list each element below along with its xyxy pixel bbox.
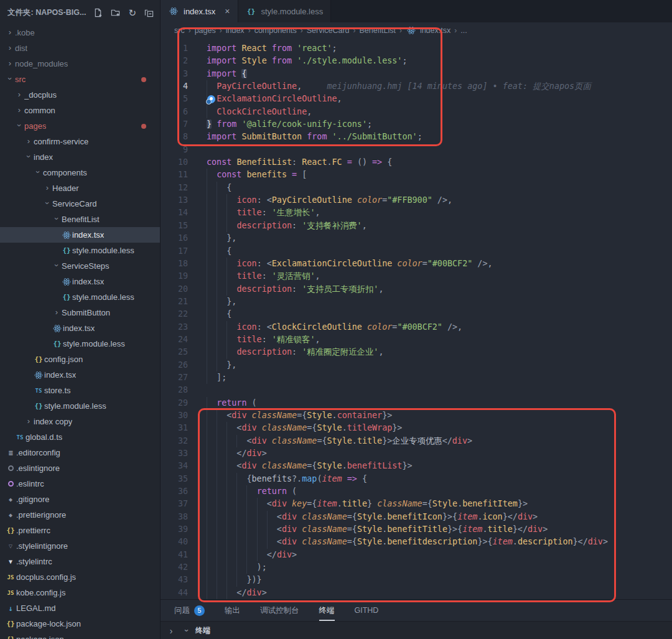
tree-folder-src[interactable]: ›src <box>0 72 160 87</box>
tree-file-package-lock-json[interactable]: {}package-lock.json <box>0 616 160 632</box>
new-folder-icon[interactable] <box>111 8 120 17</box>
tree-file--gitignore[interactable]: ◆.gitignore <box>0 492 160 507</box>
tree-item-label: pages <box>24 121 46 131</box>
code-line-34: 34 <div className={Style.benefitList}> <box>161 460 672 472</box>
code-line-21: 21 }, <box>161 296 672 308</box>
tree-file-kobe-config-js[interactable]: JSkobe.config.js <box>0 585 160 600</box>
tree-folder-confirm-service[interactable]: ›confirm-service <box>0 134 160 149</box>
tree-file-store-ts[interactable]: TSstore.ts <box>0 383 160 398</box>
breadcrumb-item-benefitlist[interactable]: BenefitList <box>360 26 396 35</box>
braces-icon: {} <box>52 340 63 348</box>
collapse-all-icon[interactable] <box>144 8 154 17</box>
react-icon <box>406 26 417 35</box>
panel-tab-终端[interactable]: 终端 <box>319 600 335 621</box>
line-number: 39 <box>161 523 188 536</box>
breadcrumb-item-src[interactable]: src <box>174 26 185 35</box>
indent-guide <box>226 460 227 472</box>
tree-file-index-tsx[interactable]: index.tsx <box>0 274 160 289</box>
tab-index-tsx[interactable]: index.tsx× <box>161 0 238 22</box>
breadcrumb-separator: › <box>399 26 402 35</box>
panel-tab-label: 输出 <box>225 605 240 616</box>
tree-folder-node-modules[interactable]: ›node_modules <box>0 56 160 72</box>
tree-file--prettierrc[interactable]: {}.prettierrc <box>0 523 160 538</box>
tab-style-module-less[interactable]: {}style.module.less <box>238 0 332 22</box>
tree-item-label: .gitignore <box>16 495 49 504</box>
code-line-29: 29 return ( <box>161 397 672 409</box>
panel-tab-问题[interactable]: 问题5 <box>174 600 205 621</box>
line-number: 27 <box>161 371 188 384</box>
tree-folder-index-copy[interactable]: ›index copy <box>0 414 160 429</box>
chevron-down-icon: › <box>24 152 34 162</box>
indent-guide <box>207 321 207 333</box>
panel-tab-调试控制台[interactable]: 调试控制台 <box>260 600 299 621</box>
code-line-7: 7} from '@alife/cook-unify-icons'; <box>161 118 672 131</box>
code-action-lightbulb-icon[interactable] <box>207 95 215 103</box>
tree-folder-servicecard[interactable]: ›ServiceCard <box>0 196 160 212</box>
react-icon <box>168 7 179 16</box>
breadcrumb-item--[interactable]: ... <box>460 26 467 35</box>
code-line-39: 39 <div className={Style.benefitTitle}>{… <box>161 523 672 536</box>
tree-file-index-tsx[interactable]: index.tsx <box>0 367 160 383</box>
tree-folder-index[interactable]: ›index <box>0 149 160 165</box>
panel-tab-输出[interactable]: 输出 <box>225 600 240 621</box>
indent-guide <box>207 80 207 93</box>
tree-file--stylelintrc[interactable]: ▼.stylelintrc <box>0 554 160 569</box>
tree-file-style-module-less[interactable]: {}style.module.less <box>0 336 160 352</box>
tree-file-package-json[interactable]: {}package.json <box>0 632 160 639</box>
tree-folder-benefitlist[interactable]: ›BenefitList <box>0 212 160 227</box>
tree-folder-dist[interactable]: ›dist <box>0 40 160 56</box>
tree-file-docplus-config-js[interactable]: JSdocplus.config.js <box>0 569 160 585</box>
indent-guide <box>257 549 258 561</box>
breadcrumb-label: index.tsx <box>420 26 450 35</box>
braces-icon: {} <box>61 293 72 301</box>
tree-folder-header[interactable]: ›Header <box>0 180 160 196</box>
tree-folder-pages[interactable]: ›pages <box>0 118 160 134</box>
tree-folder-common[interactable]: ›common <box>0 103 160 118</box>
tree-item-label: .eslintrc <box>16 479 44 488</box>
tree-file-config-json[interactable]: {}config.json <box>0 352 160 367</box>
tree-file-style-module-less[interactable]: {}style.module.less <box>0 289 160 305</box>
line-number: 13 <box>161 194 188 207</box>
indent-guide <box>207 194 207 207</box>
tree-file--prettierignore[interactable]: ◆.prettierignore <box>0 507 160 523</box>
tree-file-legal-md[interactable]: ↓LEGAL.md <box>0 600 160 616</box>
breadcrumb-item-components[interactable]: components <box>254 26 297 35</box>
panel-expand-icon[interactable]: › <box>161 626 182 636</box>
tree-file-style-module-less[interactable]: {}style.module.less <box>0 243 160 258</box>
tree-folder-servicesteps[interactable]: ›ServiceSteps <box>0 258 160 274</box>
new-file-icon[interactable] <box>93 8 103 17</box>
code-line-18: 18 icon: <ExclamationCircleOutline color… <box>161 258 672 270</box>
tree-file--stylelintignore[interactable]: ▽.stylelintignore <box>0 538 160 554</box>
refresh-icon[interactable]: ↻ <box>128 8 136 17</box>
tree-file-index-tsx[interactable]: index.tsx <box>0 227 160 243</box>
tree-folder-components[interactable]: ›components <box>0 165 160 180</box>
tree-folder--docplus[interactable]: ›_docplus <box>0 87 160 103</box>
indent-guide <box>257 536 258 548</box>
tree-folder-submitbutton[interactable]: ›SubmitButton <box>0 305 160 320</box>
breadcrumb-item-servicecard[interactable]: ServiceCard <box>307 26 350 35</box>
close-icon[interactable]: × <box>225 6 230 16</box>
tree-file--eslintrc[interactable]: .eslintrc <box>0 476 160 492</box>
breadcrumb-item-index-tsx[interactable]: index.tsx <box>406 26 450 35</box>
tree-file-style-module-less[interactable]: {}style.module.less <box>0 398 160 414</box>
panel-tab-GITHD[interactable]: GITHD <box>355 600 379 621</box>
tree-file--eslintignore[interactable]: .eslintignore <box>0 460 160 476</box>
indent-guide <box>207 511 207 523</box>
react-icon <box>169 7 178 16</box>
code-line-35: 35 {benefits?.map(item => { <box>161 473 672 485</box>
tree-file--editorconfig[interactable]: ≡.editorconfig <box>0 445 160 460</box>
code-line-38: 38 <div className={Style.benefitIcon}>{i… <box>161 511 672 523</box>
breadcrumb-separator: › <box>220 26 222 35</box>
terminal-section-header[interactable]: › 终端 <box>182 625 210 636</box>
code-editor[interactable]: 1import React from 'react';2import Style… <box>161 39 672 599</box>
breadcrumb-label: index <box>226 26 245 35</box>
chevron-down-icon: › <box>182 626 192 636</box>
tree-item-label: style.module.less <box>63 339 125 348</box>
tree-file-index-tsx[interactable]: index.tsx <box>0 320 160 336</box>
tree-file-global-d-ts[interactable]: TSglobal.d.ts <box>0 429 160 445</box>
indent-guide <box>207 460 207 472</box>
tree-item-label: .stylelintignore <box>16 541 68 551</box>
breadcrumb-item-index[interactable]: index <box>226 26 245 35</box>
breadcrumb-item-pages[interactable]: pages <box>195 26 216 35</box>
tree-folder--kobe[interactable]: ›.kobe <box>0 25 160 40</box>
